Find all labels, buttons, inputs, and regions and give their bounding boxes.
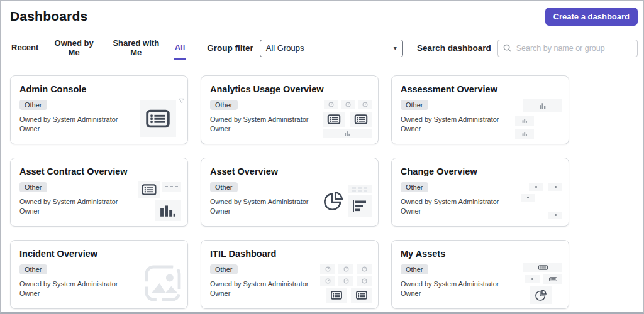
thumb-tile [323,129,372,138]
thumb-tile [348,195,372,217]
thumb-tile [358,100,372,109]
gauge-icon [325,278,331,284]
dashboard-card-change-overview[interactable]: Change Overview Other Owned by System Ad… [391,158,569,227]
thumb-tile [523,263,562,272]
owner-role-text: Owner [210,289,311,298]
thumb-tile [326,288,347,303]
thumb-tile [543,274,562,284]
thumb-tile [521,194,535,202]
mini-list-icon [538,265,548,270]
tab-owned-by-me[interactable]: Owned by Me [50,36,98,60]
thumb-tile [548,212,562,219]
tab-label: Shared with Me [113,38,159,57]
dashboard-thumbnail [308,259,372,307]
chevron-down-icon: ▾ [394,45,397,51]
dashboard-card-admin-console[interactable]: Admin Console Other Owned by System Admi… [10,75,188,144]
search-box [497,40,638,57]
dashboard-thumbnail [498,95,562,143]
dashes-icon [165,185,178,188]
thumb-tile [515,129,534,139]
owned-by-text: Owned by System Administrator [401,197,501,207]
image-placeholder-icon [145,265,181,301]
group-filter-select[interactable]: All Groups ▾ [260,40,403,57]
dashboard-card-analytics-usage-overview[interactable]: Analytics Usage Overview Other Owned by … [201,75,379,144]
bar-chart-icon [160,203,176,217]
page-header: Dashboards Create a dashboard [1,1,643,26]
thumb-tile [140,100,176,137]
thumb-tile [320,264,335,274]
owned-by-text: Owned by System Administrator [210,115,311,124]
search-icon [503,44,511,52]
bar-chart-icon [539,102,547,109]
tab-label: Owned by Me [55,38,94,57]
filter-icon [179,98,184,104]
list-icon [142,184,157,195]
dashboard-card-title: Asset Overview [210,166,369,176]
dashboard-card-title: Assessment Overview [401,84,560,94]
owner-role-text: Owner [401,207,501,216]
thumb-tile [348,185,372,193]
group-badge: Other [210,100,238,110]
dashboard-card-title: Change Overview [401,166,560,176]
owned-by-text: Owned by System Administrator [210,279,311,289]
dashboard-thumbnail [498,259,562,307]
group-filter-label: Group filter [207,43,253,53]
tab-recent[interactable]: Recent [11,36,39,60]
dashboard-card-asset-contract-overview[interactable]: Asset Contract Overview Other Owned by S… [10,158,188,227]
owner-role-text: Owner [19,207,120,216]
thumb-tile [523,99,562,112]
dashboard-card-title: ITIL Dashboard [210,249,369,259]
thumb-tile [320,276,335,286]
dashboard-card-my-assets[interactable]: My Assets Other Owned by System Administ… [391,240,569,309]
owned-by-text: Owned by System Administrator [210,197,311,207]
thumb-tile [323,112,345,127]
gauge-icon [345,102,351,107]
group-badge: Other [401,264,428,274]
dashboard-card-title: Analytics Usage Overview [210,84,369,94]
pie-chart-icon [535,289,547,301]
list-icon [354,114,368,124]
dashboard-thumbnail [117,95,181,143]
search-dashboard-label: Search dashboard [417,43,491,53]
group-badge: Other [19,182,47,192]
tab-all[interactable]: All [174,36,186,60]
group-badge: Other [401,100,428,110]
hbar-chart-icon [352,199,367,213]
tab-shared-with-me[interactable]: Shared with Me [109,36,164,60]
grid-dots-icon [352,187,368,192]
thumb-tile [138,181,160,198]
dot-icon [535,186,537,188]
owned-by-text: Owned by System Administrator [19,279,120,289]
owner-role-text: Owner [19,124,120,134]
dashboard-card-itil-dashboard[interactable]: ITIL Dashboard Other Owned by System Adm… [201,240,379,309]
list-icon [330,291,343,300]
thumb-tile [162,182,181,192]
dashboard-thumbnail [308,177,372,225]
dashboards-page: Dashboards Create a dashboard RecentOwne… [0,0,644,314]
dot-icon [555,186,557,188]
bar-chart-icon [522,131,528,136]
dashboard-card-incident-overview[interactable]: Incident Overview Other Owned by System … [10,240,188,309]
dashboard-card-title: Asset Contract Overview [19,166,179,176]
group-filter-value: All Groups [266,43,304,53]
gauge-icon [343,278,349,284]
owner-role-text: Owner [401,289,501,298]
create-dashboard-button[interactable]: Create a dashboard [545,8,638,26]
dashboard-card-assessment-overview[interactable]: Assessment Overview Other Owned by Syste… [391,75,569,144]
gauge-icon [343,266,349,272]
thumb-tile [525,275,540,283]
dashboard-thumbnail [117,177,181,225]
list-icon [327,114,341,124]
search-input[interactable] [515,43,632,53]
group-badge: Other [401,182,428,192]
gauge-icon [362,102,368,107]
list-icon [355,291,368,300]
group-badge: Other [210,182,238,192]
owned-by-text: Owned by System Administrator [401,279,501,289]
dashboard-card-asset-overview[interactable]: Asset Overview Other Owned by System Adm… [201,158,379,227]
dashboard-grid: Admin Console Other Owned by System Admi… [1,60,643,309]
gauge-icon [325,266,331,272]
group-badge: Other [19,100,47,110]
group-badge: Other [19,264,47,274]
gauge-icon [328,102,334,107]
